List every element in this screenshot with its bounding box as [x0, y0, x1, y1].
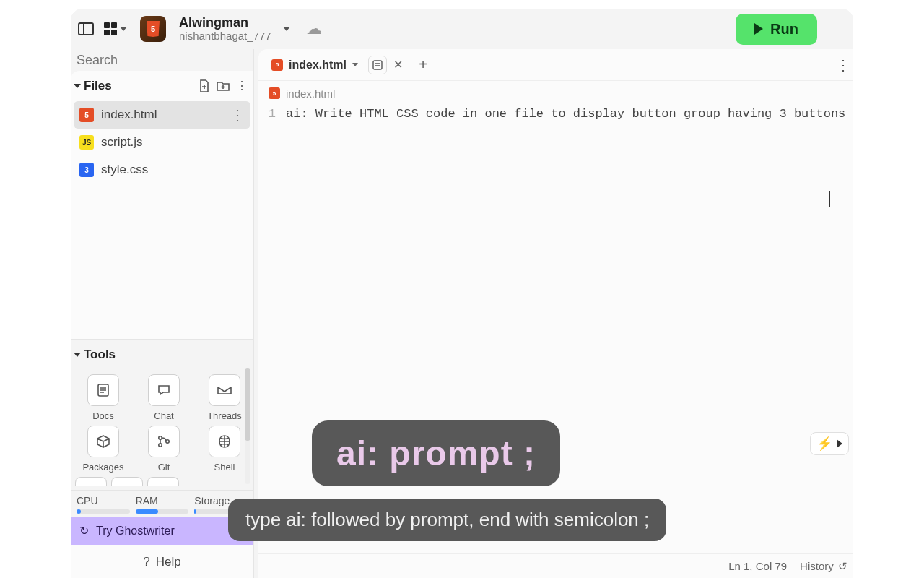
text-caret: [829, 191, 830, 207]
tools-overflow-row: [71, 477, 253, 490]
help-button[interactable]: ? Help: [71, 545, 253, 578]
file-item-script-js[interactable]: JS script.js: [74, 129, 250, 156]
ghostwriter-label: Try Ghostwriter: [96, 525, 175, 538]
files-label: Files: [84, 79, 112, 93]
files-panel: Files ⋮ 5 index.html ⋮: [71, 71, 253, 340]
tools-panel: Tools Docs Chat: [71, 340, 253, 578]
run-label: Run: [770, 21, 798, 38]
cpu-meter: CPU: [77, 495, 130, 514]
tools-header[interactable]: Tools: [71, 340, 253, 370]
tools-label: Tools: [84, 348, 116, 362]
cpu-label: CPU: [77, 495, 98, 506]
new-file-icon[interactable]: [197, 79, 212, 93]
header-bar: AIwingman nishantbhagat_777 ☁ Run: [71, 9, 853, 49]
ram-meter: RAM: [136, 495, 189, 514]
svg-point-2: [159, 444, 162, 447]
breadcrumb: 5 index.html: [258, 81, 853, 105]
history-label: History: [800, 560, 834, 572]
tab-bar: 5 index.html ✕ + ⋮: [258, 49, 853, 81]
html-file-icon: 5: [269, 87, 280, 99]
breadcrumb-text: index.html: [286, 87, 335, 100]
sidebar: Files ⋮ 5 index.html ⋮: [71, 49, 254, 578]
app-menu[interactable]: [104, 22, 127, 35]
html-file-icon: 5: [271, 59, 283, 71]
project-owner: nishantbhagat_777: [179, 30, 271, 43]
file-name: style.css: [101, 163, 148, 177]
tool-docs[interactable]: Docs: [75, 374, 131, 421]
chevron-down-icon: [74, 353, 81, 357]
status-bar: Ln 1, Col 79 History ↺: [258, 553, 853, 578]
cloud-sync-icon[interactable]: ☁: [306, 20, 322, 38]
css-file-icon: 3: [79, 163, 94, 177]
help-icon: ?: [143, 555, 149, 569]
code-editor[interactable]: 1 ai: Write HTML CSS code in one file to…: [258, 105, 853, 553]
tool-packages[interactable]: Packages: [75, 426, 131, 473]
tab-index-html[interactable]: 5 index.html: [264, 54, 365, 76]
packages-icon: [87, 426, 119, 457]
tab-close-icon[interactable]: ✕: [390, 57, 406, 73]
files-menu-icon[interactable]: ⋮: [235, 79, 249, 93]
help-label: Help: [156, 555, 181, 569]
tab-add-icon[interactable]: +: [413, 55, 433, 75]
ghostwriter-banner[interactable]: ↻ Try Ghostwriter ✕: [71, 517, 253, 545]
chevron-down-icon: [74, 84, 81, 88]
tool-chat[interactable]: Chat: [136, 374, 192, 421]
ram-label: RAM: [136, 495, 158, 506]
svg-rect-4: [373, 61, 382, 69]
panel-toggle-icon[interactable]: [78, 22, 94, 35]
file-item-style-css[interactable]: 3 style.css: [74, 156, 250, 184]
tool-label: Git: [158, 462, 170, 473]
html-file-icon: 5: [79, 108, 94, 122]
tool-label: Chat: [154, 410, 173, 421]
svg-point-1: [159, 436, 162, 439]
shell-icon: [209, 426, 240, 457]
project-icon: [140, 16, 166, 42]
chat-icon: [148, 374, 180, 406]
tool-label: Threads: [207, 410, 242, 421]
search-input[interactable]: [77, 53, 248, 68]
file-item-index-html[interactable]: 5 index.html ⋮: [74, 101, 250, 129]
resource-meters: CPU RAM Storage: [71, 490, 253, 517]
chevron-right-icon: [837, 439, 842, 448]
overlay-small-tip: type ai: followed by prompt, end with se…: [228, 499, 666, 541]
tab-label: index.html: [289, 59, 346, 72]
cursor-position: Ln 1, Col 79: [728, 560, 787, 572]
run-button[interactable]: Run: [736, 14, 817, 45]
sparkle-icon: ↻: [79, 524, 89, 538]
chevron-down-icon: [120, 27, 127, 31]
tools-scrollbar[interactable]: [245, 368, 250, 484]
file-name: index.html: [101, 108, 157, 122]
project-title: AIwingman: [179, 16, 271, 30]
docs-icon: [87, 374, 119, 406]
tools-grid: Docs Chat Threads: [71, 370, 253, 477]
storage-label: Storage: [194, 495, 230, 506]
project-dropdown-icon[interactable]: [283, 27, 290, 31]
preview-toggle-icon[interactable]: [368, 56, 387, 74]
history-button[interactable]: History ↺: [800, 560, 847, 573]
tool-label: Shell: [214, 462, 235, 473]
tool-label: Packages: [82, 462, 123, 473]
files-header[interactable]: Files ⋮: [71, 71, 253, 101]
git-icon: [148, 426, 180, 457]
html5-shield-icon: [146, 21, 160, 37]
threads-icon: [209, 374, 240, 406]
code-line: 1 ai: Write HTML CSS code in one file to…: [258, 105, 853, 121]
overlay-big-tip: ai: prompt ;: [312, 420, 560, 486]
tool-git[interactable]: Git: [136, 426, 192, 473]
project-title-block[interactable]: AIwingman nishantbhagat_777: [179, 16, 271, 42]
file-list: 5 index.html ⋮ JS script.js 3 style.css: [71, 101, 253, 184]
code-content: ai: Write HTML CSS code in one file to d…: [286, 107, 853, 121]
new-folder-icon[interactable]: [216, 79, 230, 93]
grid-icon: [104, 22, 117, 35]
file-name: script.js: [101, 135, 143, 150]
chevron-down-icon: [352, 63, 358, 66]
line-number: 1: [258, 107, 286, 121]
bolt-icon: ⚡: [816, 436, 832, 452]
play-icon: [754, 23, 763, 35]
tool-label: Docs: [92, 410, 114, 421]
search-row: [71, 49, 253, 71]
ai-expand-chip[interactable]: ⚡: [810, 432, 849, 455]
history-icon: ↺: [838, 560, 847, 573]
js-file-icon: JS: [79, 135, 94, 150]
